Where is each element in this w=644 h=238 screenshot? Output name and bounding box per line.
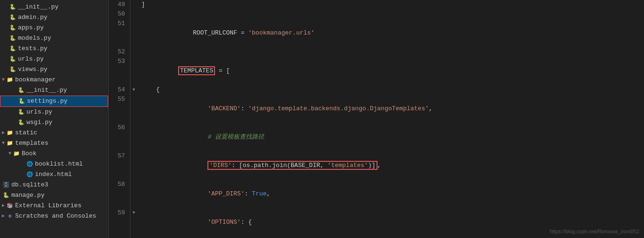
sidebar-label: templates bbox=[15, 139, 48, 148]
py-file-icon: 🐍 bbox=[9, 35, 17, 42]
table-row: 56 # 设置模板查找路径 bbox=[109, 123, 644, 151]
code-line: ] bbox=[137, 0, 644, 9]
scratches-icon: ⚙️ bbox=[6, 212, 14, 220]
sidebar-item-manage-py[interactable]: 🐍 manage.py bbox=[0, 190, 108, 201]
fold-gutter bbox=[130, 123, 137, 151]
code-table: 49 ] 50 51 ROOT_URLCONF = 'bookmanager.u… bbox=[109, 0, 644, 238]
py-file-icon: 🐍 bbox=[17, 119, 26, 126]
sidebar-item-index-html[interactable]: 🌐 index.html bbox=[0, 169, 108, 180]
py-file-icon: 🐍 bbox=[9, 14, 17, 21]
sidebar-label: urls.py bbox=[26, 107, 52, 117]
sidebar-item-init-py-bm[interactable]: 🐍 __init__.py bbox=[0, 85, 108, 96]
sidebar-item-booklist-html[interactable]: 🌐 booklist.html bbox=[0, 159, 108, 169]
table-row: 51 ROOT_URLCONF = 'bookmanager.urls' bbox=[109, 19, 644, 47]
sidebar-item-admin-py[interactable]: 🐍 admin.py bbox=[0, 12, 108, 23]
line-number: 53 bbox=[109, 57, 130, 85]
line-number: 57 bbox=[109, 151, 130, 180]
sidebar-label: __init__.py bbox=[18, 2, 59, 12]
fold-gutter: ▼ bbox=[130, 208, 137, 237]
sidebar-label: views.py bbox=[18, 65, 47, 74]
sidebar-label: static bbox=[15, 128, 37, 138]
table-row: 57 'DIRS': [os.path.join(BASE_DIR, 'temp… bbox=[109, 151, 644, 180]
code-line: # 设置模板查找路径 bbox=[137, 123, 644, 151]
sidebar-label: Scratches and Consoles bbox=[15, 212, 96, 221]
py-file-icon: 🐍 bbox=[17, 97, 26, 105]
sidebar-label: __init__.py bbox=[26, 86, 67, 95]
fold-gutter: ▼ bbox=[130, 85, 137, 95]
line-number: 55 bbox=[109, 95, 130, 123]
folder-icon: 📁 bbox=[12, 150, 21, 158]
table-row: 58 'APP_DIRS': True, bbox=[109, 180, 644, 208]
code-line: { bbox=[137, 85, 644, 95]
sidebar-label: admin.py bbox=[18, 13, 47, 22]
table-row: 55 'BACKEND': 'django.template.backends.… bbox=[109, 95, 644, 123]
table-row: 53 TEMPLATES = [ bbox=[109, 57, 644, 85]
line-number: 52 bbox=[109, 47, 130, 57]
code-editor[interactable]: 49 ] 50 51 ROOT_URLCONF = 'bookmanager.u… bbox=[109, 0, 644, 238]
sidebar-item-external-libs[interactable]: ▶ 📚 External Libraries bbox=[0, 201, 108, 211]
expand-arrow-icon: ▼ bbox=[9, 149, 11, 159]
sidebar-label: bookmanager bbox=[15, 75, 56, 85]
expand-arrow-icon: ▶ bbox=[2, 201, 5, 211]
templates-highlight-box: TEMPLATES bbox=[178, 66, 215, 75]
line-number: 50 bbox=[109, 9, 130, 19]
code-line: ROOT_URLCONF = 'bookmanager.urls' bbox=[137, 19, 644, 47]
db-file-icon: 🗄️ bbox=[2, 181, 10, 189]
fold-gutter bbox=[130, 47, 137, 57]
sidebar-item-tests-py[interactable]: 🐍 tests.py bbox=[0, 44, 108, 54]
table-row: 52 bbox=[109, 47, 644, 57]
dirs-highlight-box: 'DIRS': [os.path.join(BASE_DIR, 'templat… bbox=[207, 161, 377, 170]
html-file-icon: 🌐 bbox=[26, 160, 34, 168]
line-number: 49 bbox=[109, 0, 130, 9]
fold-gutter bbox=[130, 180, 137, 208]
code-line: 'DIRS': [os.path.join(BASE_DIR, 'templat… bbox=[137, 151, 644, 180]
sidebar-label: settings.py bbox=[27, 97, 68, 106]
sidebar-label: Book bbox=[22, 149, 36, 159]
fold-gutter bbox=[130, 57, 137, 85]
lib-icon: 📚 bbox=[6, 202, 14, 210]
sidebar-item-apps-py[interactable]: 🐍 apps.py bbox=[0, 23, 108, 33]
project-sidebar: 🐍 __init__.py 🐍 admin.py 🐍 apps.py 🐍 mod… bbox=[0, 0, 109, 238]
sidebar-label: models.py bbox=[18, 34, 51, 43]
sidebar-item-settings-py[interactable]: 🐍 settings.py bbox=[0, 96, 108, 107]
html-file-icon: 🌐 bbox=[26, 171, 34, 178]
sidebar-item-urls-py-root[interactable]: 🐍 urls.py bbox=[0, 54, 108, 64]
sidebar-item-wsgi-py[interactable]: 🐍 wsgi.py bbox=[0, 117, 108, 128]
sidebar-item-templates-folder[interactable]: ▼ 📁 templates bbox=[0, 138, 108, 149]
sidebar-item-book-folder[interactable]: ▼ 📁 Book bbox=[0, 149, 108, 159]
fold-gutter bbox=[130, 95, 137, 123]
table-row: 49 ] bbox=[109, 0, 644, 9]
code-line: TEMPLATES = [ bbox=[137, 57, 644, 85]
folder-icon: 📁 bbox=[6, 129, 14, 137]
py-file-icon: 🐍 bbox=[17, 87, 26, 94]
sidebar-item-static-folder[interactable]: ▶ 📁 static bbox=[0, 128, 108, 138]
code-line: 'OPTIONS': { bbox=[137, 208, 644, 237]
expand-arrow-icon: ▶ bbox=[2, 128, 5, 138]
sidebar-item-views-py[interactable]: 🐍 views.py bbox=[0, 64, 108, 75]
sidebar-item-bookmanager-folder[interactable]: ▼ 📁 bookmanager bbox=[0, 75, 108, 85]
sidebar-label: manage.py bbox=[11, 191, 44, 200]
sidebar-item-init-py-root[interactable]: 🐍 __init__.py bbox=[0, 2, 108, 12]
sidebar-item-db-sqlite3[interactable]: 🗄️ db.sqlite3 bbox=[0, 180, 108, 190]
line-number: 58 bbox=[109, 180, 130, 208]
sidebar-item-urls-py-bm[interactable]: 🐍 urls.py bbox=[0, 107, 108, 117]
py-file-icon: 🐍 bbox=[17, 108, 26, 116]
py-file-icon: 🐍 bbox=[9, 24, 17, 32]
py-file-icon: 🐍 bbox=[9, 3, 17, 11]
folder-icon: 📁 bbox=[6, 140, 14, 147]
sidebar-label: wsgi.py bbox=[26, 118, 52, 127]
sidebar-item-models-py[interactable]: 🐍 models.py bbox=[0, 33, 108, 44]
sidebar-label: urls.py bbox=[18, 54, 44, 64]
fold-gutter bbox=[130, 9, 137, 19]
table-row: 50 bbox=[109, 9, 644, 19]
line-number: 56 bbox=[109, 123, 130, 151]
code-line: 'BACKEND': 'django.template.backends.dja… bbox=[137, 95, 644, 123]
line-number: 59 bbox=[109, 208, 130, 237]
sidebar-label: index.html bbox=[35, 170, 72, 179]
sidebar-label: db.sqlite3 bbox=[11, 180, 48, 190]
expand-arrow-icon: ▼ bbox=[2, 139, 5, 148]
table-row: 54 ▼ { bbox=[109, 85, 644, 95]
sidebar-item-scratches[interactable]: ▶ ⚙️ Scratches and Consoles bbox=[0, 211, 108, 221]
py-file-icon: 🐍 bbox=[9, 66, 17, 73]
code-line: 'APP_DIRS': True, bbox=[137, 180, 644, 208]
